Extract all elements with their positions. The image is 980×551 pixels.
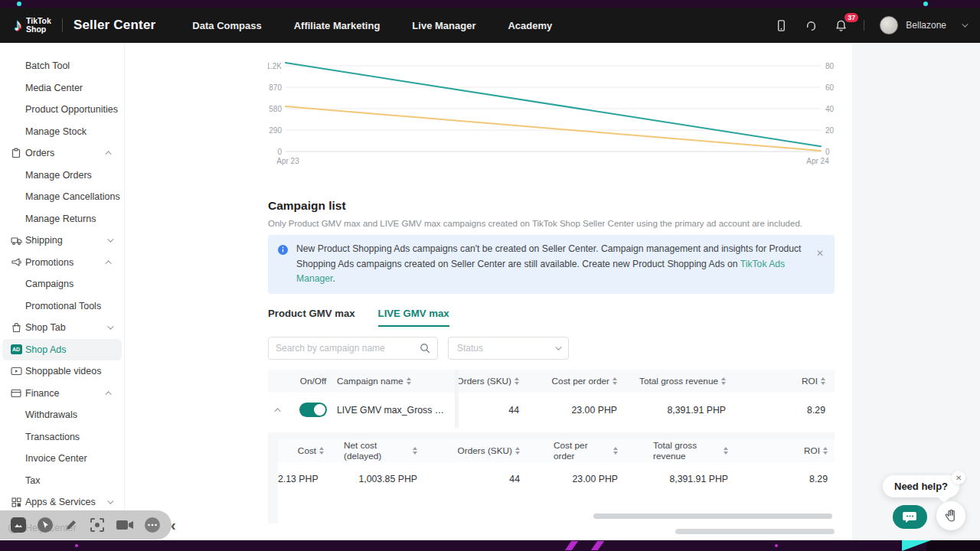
sort-icon[interactable]	[319, 447, 324, 455]
sidebar-item-shoppable-videos[interactable]: Shoppable videos	[2, 360, 122, 383]
decorative-slash	[591, 541, 604, 550]
top-navbar: ♪ TikTokShop Seller Center Data Compass …	[0, 8, 980, 43]
status-placeholder: Status	[457, 343, 483, 354]
chart-left-axis: 1.2K 870 580 290 0	[268, 62, 282, 156]
more-options-icon[interactable]	[144, 517, 161, 533]
sort-icon[interactable]	[407, 377, 411, 385]
sort-icon[interactable]	[724, 447, 728, 455]
detail-row: 2.13 PHP 1,003.85 PHP 44 23.00 PHP 8,391…	[278, 462, 835, 496]
tiktok-logo-icon: ♪	[14, 15, 22, 35]
sidebar-item-shop-ads[interactable]: AD Shop Ads	[2, 339, 122, 361]
sidebar-item-batch-tool[interactable]: Batch Tool	[2, 55, 122, 77]
col-total-gross-revenue: Total gross revenue	[653, 440, 774, 461]
nav-item-data-compass[interactable]: Data Compass	[192, 20, 261, 31]
decorative-dot	[17, 2, 21, 6]
divider	[864, 20, 864, 31]
live-chat-button[interactable]	[893, 505, 927, 529]
chevron-down-icon[interactable]	[962, 21, 968, 27]
sort-icon[interactable]	[413, 447, 417, 455]
sidebar-item-manage-cancellations[interactable]: Manage Cancellations	[2, 186, 122, 208]
sidebar-item-promotional-tools[interactable]: Promotional Tools	[2, 295, 122, 318]
sidebar-item-transactions[interactable]: Transactions	[2, 426, 122, 448]
mobile-app-icon[interactable]	[774, 18, 789, 33]
campaign-table: On/Off Campaign name Orders (SKU) Cost p…	[268, 370, 835, 537]
user-name[interactable]: Bellazone	[906, 20, 946, 31]
ad-badge-icon: AD	[10, 344, 22, 356]
svg-text:Apr 24: Apr 24	[806, 157, 829, 165]
svg-text:80: 80	[825, 62, 835, 70]
svg-text:580: 580	[269, 105, 282, 113]
primary-nav: Data Compass Affiliate Marketing Live Ma…	[192, 20, 552, 31]
sidebar-item-invoice-center[interactable]: Invoice Center	[2, 448, 122, 470]
sort-icon[interactable]	[721, 377, 726, 385]
sidebar-item-campaigns[interactable]: Campaigns	[2, 273, 122, 295]
sidebar-item-promotions[interactable]: Promotions	[2, 252, 122, 274]
app-title: Seller Center	[74, 18, 155, 33]
sort-icon[interactable]	[613, 447, 618, 455]
col-total-gross-revenue: Total gross revenue	[637, 376, 758, 386]
help-bubble-close-icon[interactable]: ✕	[952, 471, 965, 484]
collapse-toolbar-icon[interactable]: ‹	[171, 517, 176, 533]
chat-bubble-icon	[902, 510, 919, 524]
detail-horizontal-scrollbar[interactable]	[593, 514, 832, 519]
sidebar-item-media-center[interactable]: Media Center	[2, 77, 122, 99]
tab-product-gmv-max[interactable]: Product GMV max	[268, 308, 355, 327]
col-roi: ROI	[758, 376, 835, 386]
search-input[interactable]	[276, 343, 415, 354]
campaign-toggle-on[interactable]	[299, 403, 327, 417]
pen-icon[interactable]	[64, 517, 79, 533]
sidebar-item-manage-returns[interactable]: Manage Returns	[2, 208, 122, 230]
info-banner: New Product Shopping Ads campaigns can't…	[268, 235, 835, 294]
status-filter-dropdown[interactable]: Status	[448, 337, 569, 360]
chart-line-teal	[286, 63, 821, 146]
sidebar-item-shop-tab[interactable]: Shop Tab	[2, 317, 122, 339]
tab-live-gmv-max[interactable]: LIVE GMV max	[378, 308, 449, 327]
chevron-down-icon	[107, 236, 113, 243]
sidebar-item-tax[interactable]: Tax	[2, 470, 122, 492]
campaign-search	[268, 337, 438, 360]
sort-icon[interactable]	[612, 377, 617, 385]
sidebar-item-withdrawals[interactable]: Withdrawals	[2, 404, 122, 426]
camera-icon[interactable]	[116, 519, 134, 531]
search-icon[interactable]	[420, 343, 430, 354]
avatar[interactable]	[880, 16, 898, 34]
nav-item-live-manager[interactable]: Live Manager	[412, 20, 475, 31]
sort-icon[interactable]	[821, 377, 825, 385]
sort-icon[interactable]	[514, 377, 519, 385]
cell-cost-per-order: 23.00 PHP	[554, 474, 653, 484]
banner-close-icon[interactable]: ✕	[816, 242, 824, 259]
focus-capture-icon[interactable]	[89, 517, 106, 533]
svg-text:870: 870	[269, 83, 282, 92]
svg-text:60: 60	[825, 83, 835, 92]
sort-icon[interactable]	[823, 447, 828, 455]
collapse-row-icon[interactable]	[274, 408, 280, 414]
recorder-cursor-icon[interactable]	[37, 517, 54, 533]
col-roi: ROI	[774, 445, 835, 456]
recorder-toolbar: ‹	[0, 510, 172, 540]
grid-icon	[10, 496, 22, 508]
raise-hand-button[interactable]	[936, 501, 965, 530]
megaphone-icon	[10, 256, 22, 269]
nav-item-affiliate-marketing[interactable]: Affiliate Marketing	[294, 20, 381, 31]
recorder-app-icon[interactable]	[10, 517, 27, 533]
sidebar-item-manage-stock[interactable]: Manage Stock	[2, 121, 122, 143]
cell-orders: 44	[453, 405, 539, 416]
chevron-down-icon	[107, 498, 113, 504]
need-help-bubble[interactable]: Need help? ✕	[883, 475, 959, 497]
nav-item-academy[interactable]: Academy	[508, 20, 552, 31]
sort-icon[interactable]	[515, 447, 520, 455]
svg-text:40: 40	[825, 105, 835, 113]
col-cost-per-order: Cost per order	[554, 440, 653, 461]
decorative-dot	[775, 544, 778, 547]
card-icon	[10, 387, 22, 399]
sidebar-item-shipping[interactable]: Shipping	[2, 230, 122, 252]
notification-badge: 37	[844, 13, 858, 23]
notifications-button[interactable]: 37	[834, 18, 848, 33]
sidebar-item-finance[interactable]: Finance	[2, 383, 122, 405]
campaign-name[interactable]: LIVE GMV max_Gross revenue_...	[337, 405, 453, 416]
sidebar-item-orders[interactable]: Orders	[2, 142, 122, 165]
support-headset-icon[interactable]	[804, 18, 818, 33]
sidebar-item-product-opportunities[interactable]: Product Opportunities	[2, 99, 122, 121]
table-horizontal-scrollbar[interactable]	[675, 529, 835, 534]
sidebar-item-manage-orders[interactable]: Manage Orders	[2, 165, 122, 187]
